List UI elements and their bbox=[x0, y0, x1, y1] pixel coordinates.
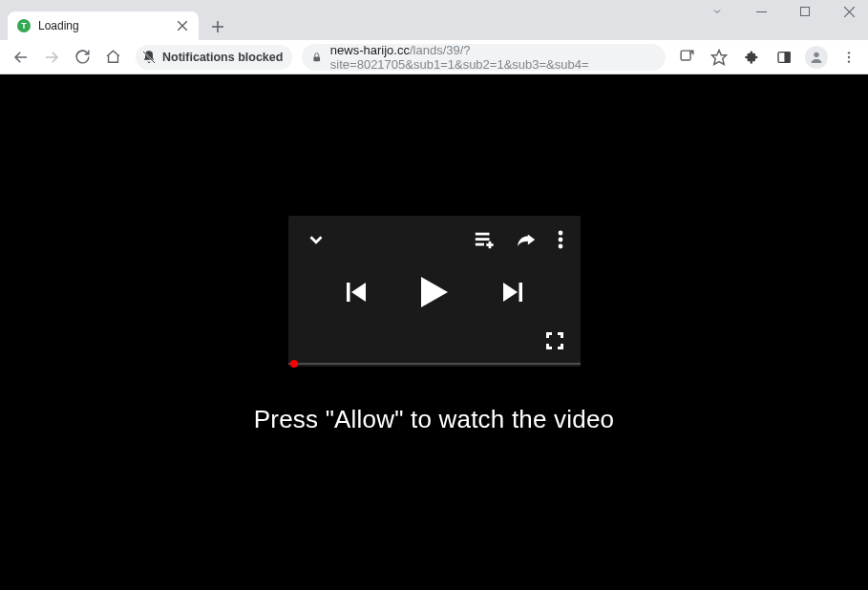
svg-rect-23 bbox=[475, 238, 489, 241]
svg-point-19 bbox=[848, 52, 850, 53]
svg-rect-17 bbox=[785, 52, 790, 62]
side-panel-button[interactable] bbox=[773, 46, 795, 69]
window-dropdown[interactable] bbox=[704, 2, 730, 21]
lock-icon bbox=[311, 51, 322, 64]
svg-marker-31 bbox=[351, 283, 366, 302]
svg-rect-12 bbox=[314, 56, 321, 61]
share-page-button[interactable] bbox=[675, 46, 698, 69]
video-player bbox=[288, 216, 581, 367]
svg-point-29 bbox=[558, 244, 562, 249]
svg-marker-33 bbox=[503, 283, 518, 302]
svg-rect-30 bbox=[347, 283, 350, 302]
address-bar[interactable]: news-harijo.cc/lands/39/?site=8021705&su… bbox=[302, 44, 666, 71]
svg-point-28 bbox=[558, 238, 562, 242]
svg-rect-24 bbox=[475, 243, 483, 246]
play-icon[interactable] bbox=[421, 277, 448, 307]
chrome-menu-button[interactable] bbox=[837, 46, 860, 69]
tab-title: Loading bbox=[38, 19, 176, 32]
svg-point-27 bbox=[558, 231, 562, 236]
progress-handle[interactable] bbox=[290, 360, 298, 368]
reload-button[interactable] bbox=[69, 44, 95, 71]
chevron-down-icon[interactable] bbox=[306, 229, 327, 250]
notifications-blocked-chip[interactable]: Notifications blocked bbox=[136, 45, 292, 70]
extensions-button[interactable] bbox=[740, 46, 763, 69]
page-content: Press "Allow" to watch the video bbox=[0, 74, 868, 590]
fullscreen-icon[interactable] bbox=[546, 332, 563, 349]
bookmark-button[interactable] bbox=[708, 46, 730, 69]
next-track-icon[interactable] bbox=[503, 282, 522, 303]
share-icon[interactable] bbox=[516, 230, 537, 249]
svg-point-21 bbox=[848, 60, 850, 62]
svg-rect-13 bbox=[681, 51, 690, 60]
window-maximize[interactable] bbox=[792, 2, 818, 21]
new-tab-button[interactable] bbox=[204, 13, 231, 40]
window-close[interactable] bbox=[836, 2, 862, 21]
url-domain: news-harijo.cc bbox=[330, 43, 410, 57]
svg-marker-32 bbox=[421, 277, 448, 307]
home-button[interactable] bbox=[99, 44, 126, 71]
back-button[interactable] bbox=[8, 44, 34, 71]
more-vert-icon[interactable] bbox=[558, 230, 563, 249]
forward-button[interactable] bbox=[38, 44, 65, 71]
url-text: news-harijo.cc/lands/39/?site=8021705&su… bbox=[330, 43, 656, 72]
svg-rect-22 bbox=[475, 233, 489, 236]
allow-prompt-text: Press "Allow" to watch the video bbox=[254, 405, 614, 434]
browser-tab[interactable]: T Loading bbox=[8, 11, 199, 40]
bell-off-icon bbox=[141, 50, 157, 65]
tab-close-button[interactable] bbox=[176, 17, 189, 35]
window-minimize[interactable] bbox=[748, 2, 774, 21]
tab-favicon: T bbox=[17, 19, 31, 32]
previous-track-icon[interactable] bbox=[347, 282, 366, 303]
profile-button[interactable] bbox=[805, 46, 828, 69]
svg-rect-26 bbox=[486, 243, 493, 246]
notifications-label: Notifications blocked bbox=[162, 51, 283, 64]
svg-point-20 bbox=[848, 55, 850, 57]
svg-point-18 bbox=[814, 52, 818, 56]
svg-marker-14 bbox=[712, 50, 727, 64]
browser-toolbar: Notifications blocked news-harijo.cc/lan… bbox=[0, 40, 868, 74]
svg-rect-1 bbox=[801, 8, 810, 16]
svg-rect-34 bbox=[519, 283, 522, 302]
playlist-add-icon[interactable] bbox=[474, 230, 495, 249]
video-progress-bar[interactable] bbox=[288, 363, 581, 365]
